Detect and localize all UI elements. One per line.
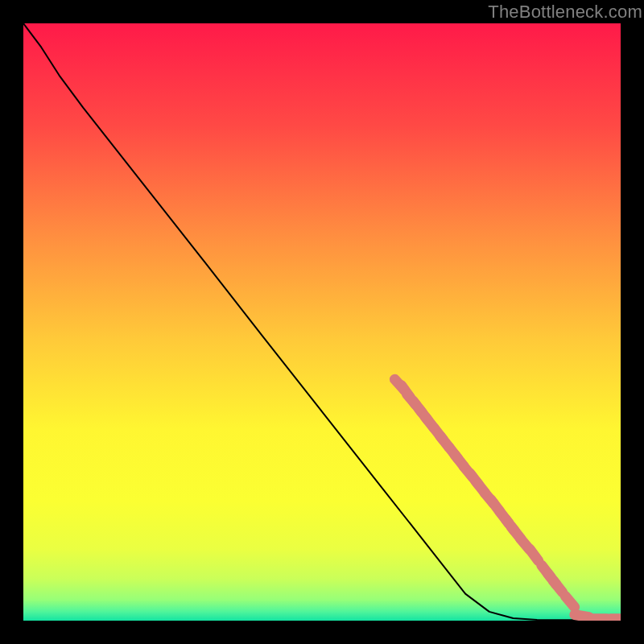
curve-line	[23, 23, 621, 620]
watermark-text: TheBottleneck.com	[488, 2, 642, 23]
marker-group	[394, 379, 621, 619]
plot-lines	[23, 23, 621, 621]
chart-container: TheBottleneck.com	[0, 0, 644, 644]
plot-area	[23, 23, 621, 621]
marker-segment	[530, 549, 539, 560]
marker-segment	[565, 596, 575, 607]
marker-segment	[575, 615, 589, 617]
marker-segment	[553, 581, 562, 592]
